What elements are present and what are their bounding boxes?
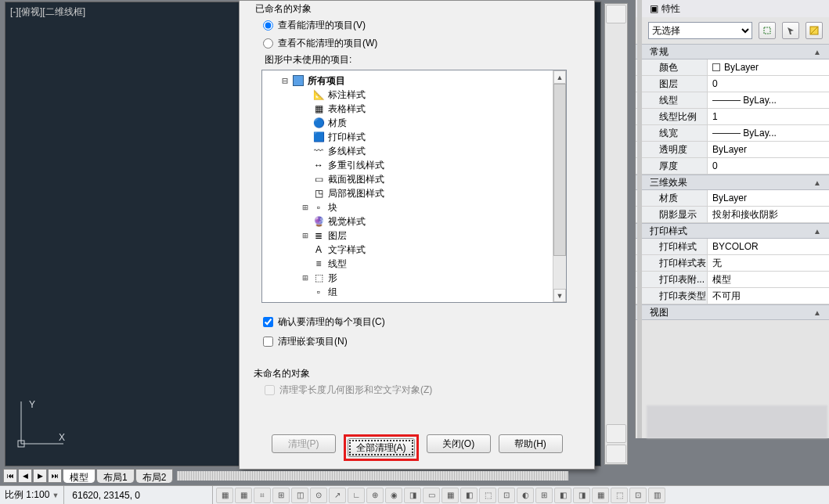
radio-view-purgable[interactable]: 查看能清理的项目(V)	[240, 16, 594, 34]
twisty-icon[interactable]: ·	[300, 286, 311, 297]
status-tool-button[interactable]: ◧	[460, 488, 478, 503]
tree-item[interactable]: ⊞≣图层	[279, 229, 564, 243]
confirm-each-checkbox[interactable]: 确认要清理的每个项目(C)	[263, 312, 583, 332]
tree-item[interactable]: ·▫组	[279, 285, 564, 299]
tree-item[interactable]: ·🔵材质	[279, 116, 564, 130]
tree-item[interactable]: ·▭截面视图样式	[279, 172, 564, 186]
tool-button[interactable]	[606, 424, 626, 443]
tree-scrollbar[interactable]: ▲ ▼	[553, 70, 566, 302]
coordinates-readout[interactable]: 61620, 23145, 0	[64, 486, 213, 504]
tree-item[interactable]: ·▦表格样式	[279, 102, 564, 116]
twisty-icon[interactable]: ⊞	[300, 272, 311, 283]
status-tool-button[interactable]: ▦	[442, 488, 459, 503]
twisty-icon[interactable]: ·	[300, 89, 311, 100]
tab-nav-last[interactable]: ⏭	[48, 469, 62, 483]
tree-item[interactable]: ⊞▫块	[279, 200, 564, 214]
twisty-icon[interactable]: ·	[300, 174, 311, 185]
twisty-icon[interactable]: ·	[300, 131, 311, 142]
tree-item[interactable]: ·🔮视觉样式	[279, 214, 564, 229]
scroll-thumb[interactable]	[553, 84, 566, 256]
panel-grip[interactable]	[637, 0, 642, 438]
tree-item[interactable]: ·📐标注样式	[279, 88, 564, 102]
prop-value-transparency[interactable]: ByLayer	[708, 142, 829, 157]
tree-item[interactable]: ·〰多线样式	[279, 144, 564, 158]
purge-nested-input[interactable]	[263, 337, 273, 347]
status-tool-button[interactable]: ⊡	[498, 488, 515, 503]
status-tool-button[interactable]: ⊞	[272, 488, 290, 503]
tab-nav-next[interactable]: ▶	[33, 469, 47, 483]
status-tool-button[interactable]: ▭	[423, 488, 440, 503]
twisty-icon[interactable]: ·	[300, 117, 311, 128]
confirm-each-input[interactable]	[263, 317, 273, 327]
quick-select-button[interactable]	[759, 22, 776, 39]
status-tool-button[interactable]: ◨	[404, 488, 421, 503]
status-tool-button[interactable]: ↗	[329, 488, 346, 503]
prop-value-ltscale[interactable]: 1	[708, 109, 829, 124]
twisty-icon[interactable]: ⊞	[300, 202, 311, 213]
scroll-up-arrow[interactable]: ▲	[553, 70, 566, 84]
prop-value-plotattach[interactable]: 模型	[708, 272, 829, 287]
radio-view-unpurgable[interactable]: 查看不能清理的项目(W)	[240, 34, 594, 52]
tree-item[interactable]: ·≡线型	[279, 257, 564, 271]
twisty-icon[interactable]: ·	[300, 188, 311, 199]
tab-nav-prev[interactable]: ◀	[18, 469, 32, 483]
twisty-icon[interactable]: ·	[300, 146, 311, 157]
tab-nav-first[interactable]: ⏮	[3, 469, 17, 483]
scroll-down-arrow[interactable]: ▼	[553, 289, 566, 302]
twisty-icon[interactable]: ⊞	[300, 230, 311, 241]
status-tool-button[interactable]: ▦	[216, 488, 233, 503]
status-tool-button[interactable]: ⬚	[611, 488, 628, 503]
status-tool-button[interactable]: ◐	[517, 488, 534, 503]
group-general[interactable]: 常规▲	[636, 44, 829, 59]
tab-layout1[interactable]: 布局1	[96, 469, 135, 483]
tool-button[interactable]	[606, 5, 626, 23]
help-button[interactable]: 帮助(H)	[499, 434, 563, 453]
tool-button[interactable]	[606, 445, 626, 463]
status-tool-button[interactable]: ▦	[235, 488, 252, 503]
twisty-icon[interactable]: ·	[300, 258, 311, 269]
prop-value-plotstyle[interactable]: BYCOLOR	[708, 239, 829, 254]
tree-item[interactable]: ·↔多重引线样式	[279, 158, 564, 172]
twisty-icon[interactable]: ·	[300, 103, 311, 114]
tree-item[interactable]: ⊞⬚形	[279, 271, 564, 285]
prop-value-layer[interactable]: 0	[708, 76, 829, 92]
close-button[interactable]: 关闭(O)	[427, 434, 491, 453]
viewport-label[interactable]: [-][俯视][二维线框]	[10, 5, 85, 19]
scale-control[interactable]: 比例 1:100 ▼	[0, 486, 64, 504]
selection-dropdown[interactable]: 无选择	[648, 22, 752, 39]
tree-item[interactable]: ·A文字样式	[279, 243, 564, 257]
prop-value-linetype[interactable]: ——— ByLay...	[708, 92, 829, 108]
toggle-pickadd-button[interactable]	[806, 22, 823, 39]
prop-value-color[interactable]: ByLayer	[708, 59, 829, 75]
tree-item[interactable]: ·🟦打印样式	[279, 130, 564, 144]
twisty-icon[interactable]: ·	[300, 216, 311, 227]
status-tool-button[interactable]: ⊕	[366, 488, 384, 503]
status-tool-button[interactable]: ◫	[291, 488, 308, 503]
prop-value-shadow[interactable]: 投射和接收阴影	[708, 207, 829, 222]
twisty-icon[interactable]: ⊟	[279, 75, 290, 86]
purge-nested-checkbox[interactable]: 清理嵌套项目(N)	[263, 332, 583, 351]
twisty-icon[interactable]: ·	[300, 160, 311, 171]
items-tree[interactable]: ⊟所有项目·📐标注样式·▦表格样式·🔵材质·🟦打印样式·〰多线样式·↔多重引线样…	[261, 70, 567, 303]
prop-value-plottype[interactable]: 不可用	[708, 288, 829, 304]
radio-view-unpurgable-input[interactable]	[263, 38, 273, 49]
prop-value-plotstyletable[interactable]: 无	[708, 255, 829, 271]
group-3d-effect[interactable]: 三维效果▲	[636, 175, 829, 190]
purge-all-button[interactable]: 全部清理(A)	[348, 438, 415, 457]
status-tool-button[interactable]: ▦	[592, 488, 609, 503]
status-tool-button[interactable]: ⬚	[479, 488, 496, 503]
radio-view-purgable-input[interactable]	[263, 20, 273, 31]
tree-root[interactable]: ⊟所有项目	[279, 74, 564, 88]
status-tool-button[interactable]: ⊞	[535, 488, 553, 503]
prop-value-material[interactable]: ByLayer	[708, 190, 829, 206]
status-tool-button[interactable]: ◧	[554, 488, 571, 503]
group-view[interactable]: 视图▲	[636, 304, 829, 320]
status-tool-button[interactable]: ◉	[385, 488, 402, 503]
status-tool-button[interactable]: ▥	[648, 488, 665, 503]
status-tool-button[interactable]: ∟	[348, 488, 365, 503]
tree-item[interactable]: ·◳局部视图样式	[279, 186, 564, 200]
prop-value-lineweight[interactable]: ——— ByLay...	[708, 125, 829, 141]
status-tool-button[interactable]: ⊡	[629, 488, 647, 503]
tab-layout2[interactable]: 布局2	[135, 469, 174, 483]
tab-model[interactable]: 模型	[63, 469, 96, 483]
